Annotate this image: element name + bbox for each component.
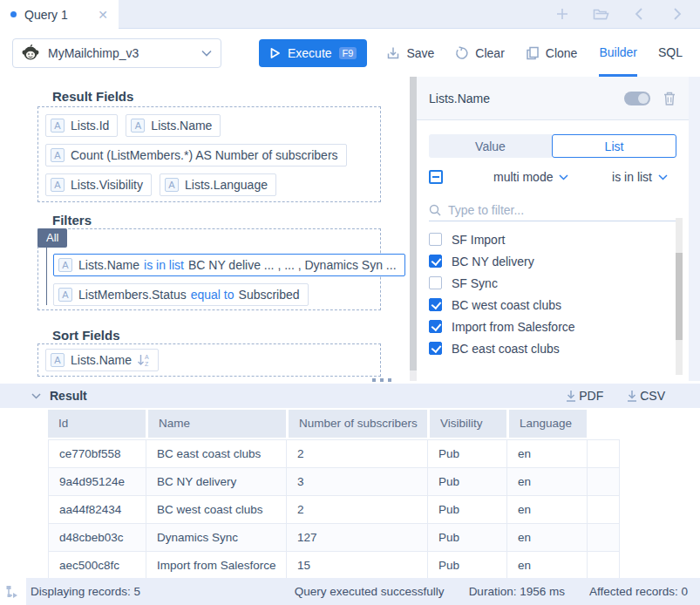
filter-group-badge[interactable]: All <box>37 228 67 248</box>
field-chip[interactable]: ALists.Language <box>160 173 276 196</box>
tab-value[interactable]: Value <box>429 134 552 158</box>
cell-id: aa44f82434 <box>49 496 146 523</box>
clear-icon <box>455 46 469 60</box>
close-tab-icon[interactable]: ✕ <box>98 8 108 22</box>
field-chip-label: Count (ListMembers.*) AS Number of subsc… <box>71 148 338 162</box>
result-fields-heading: Result Fields <box>52 89 133 104</box>
text-field-icon: A <box>165 178 179 192</box>
mode-dropdown[interactable]: multi mode <box>493 170 568 184</box>
filter-editor-header: Lists.Name <box>417 77 689 120</box>
filter-value: BC NY delive ... , ... , Dynamics Syn ..… <box>188 258 397 272</box>
filter-condition-chip[interactable]: A ListMembers.Status equal to Subscribed <box>53 283 309 306</box>
export-csv-link[interactable]: CSV <box>626 389 665 403</box>
field-chip[interactable]: ALists.Visibility <box>45 173 152 196</box>
filter-enable-toggle[interactable] <box>624 92 650 105</box>
tab-query-1[interactable]: Query 1 ✕ <box>0 0 119 29</box>
field-chip-label: Lists.Visibility <box>71 178 143 192</box>
tab-sql[interactable]: SQL <box>658 29 683 77</box>
open-query-icon[interactable] <box>592 5 609 23</box>
table-row[interactable]: aa44f82434 BC west coast clubs 2 Pub en <box>49 496 619 524</box>
execute-label: Execute <box>288 46 332 60</box>
delete-filter-icon[interactable] <box>663 91 676 106</box>
filters-dropzone[interactable]: All A Lists.Name is in list BC NY delive… <box>37 228 381 310</box>
column-header-subscribers[interactable]: Number of subscribers <box>289 410 430 438</box>
column-header-name[interactable]: Name <box>148 410 289 438</box>
clone-button[interactable]: Clone <box>526 46 578 60</box>
new-tab-icon[interactable] <box>554 5 571 23</box>
table-row[interactable]: aec500c8fc Import from Salesforce 15 Pub… <box>49 552 619 580</box>
checkbox-icon[interactable] <box>429 298 442 311</box>
field-chip[interactable]: ALists.Id <box>45 114 118 137</box>
cell-visibility: Pub <box>428 468 507 495</box>
prev-tab-icon[interactable] <box>630 5 648 23</box>
filter-condition-chip[interactable]: A Lists.Name is in list BC NY delive ...… <box>53 254 405 276</box>
option-list-scrollbar[interactable] <box>676 218 683 375</box>
status-message: Query executed successfully <box>295 585 445 598</box>
text-field-icon: A <box>58 288 72 302</box>
cell-subscribers: 2 <box>287 496 428 523</box>
next-tab-icon[interactable] <box>669 5 686 23</box>
text-field-icon: A <box>51 119 65 133</box>
checkbox-icon[interactable] <box>429 342 442 355</box>
text-field-icon: A <box>51 353 65 367</box>
checkbox-icon[interactable] <box>429 233 442 246</box>
collapse-result-icon[interactable] <box>31 393 41 399</box>
export-pdf-link[interactable]: PDF <box>565 389 603 403</box>
connection-select[interactable]: MyMailchimp_v3 <box>12 38 221 68</box>
sort-asc-icon[interactable]: AZ <box>137 353 150 367</box>
operator-dropdown[interactable]: is in list <box>612 170 668 184</box>
cell-visibility: Pub <box>428 440 507 467</box>
sort-field-chip[interactable]: A Lists.Name AZ <box>45 349 159 371</box>
cell-filler <box>588 552 619 580</box>
play-icon <box>269 47 281 59</box>
clear-button[interactable]: Clear <box>455 46 504 60</box>
list-option[interactable]: SF Import <box>429 228 668 250</box>
table-header-row: Id Name Number of subscribers Visibility… <box>48 410 620 438</box>
list-option[interactable]: BC east coast clubs <box>429 337 668 359</box>
cell-filler <box>588 440 619 467</box>
mode-dropdown-value: multi mode <box>493 170 553 184</box>
cell-visibility: Pub <box>428 524 507 551</box>
list-option[interactable]: BC west coast clubs <box>429 294 668 316</box>
builder-scrollbar[interactable] <box>410 77 417 381</box>
execute-button[interactable]: Execute F9 <box>259 39 367 67</box>
result-fields-dropzone[interactable]: ALists.Id ALists.Name ACount (ListMember… <box>37 106 381 202</box>
builder-scrollbar-thumb[interactable] <box>410 77 417 370</box>
option-filter-input[interactable]: Type to filter... <box>429 199 676 221</box>
table-row[interactable]: d48cbeb03c Dynamics Sync 127 Pub en <box>49 524 619 552</box>
cell-id: d48cbeb03c <box>49 524 146 551</box>
cell-language: en <box>507 468 588 495</box>
field-chip[interactable]: ACount (ListMembers.*) AS Number of subs… <box>45 144 347 167</box>
list-option[interactable]: BC NY delivery <box>429 250 668 272</box>
field-chip[interactable]: ALists.Name <box>126 114 221 137</box>
column-header-id[interactable]: Id <box>48 410 148 438</box>
sort-fields-dropzone[interactable]: A Lists.Name AZ <box>37 343 381 377</box>
cell-id: aec500c8fc <box>49 552 146 580</box>
collapse-icon[interactable] <box>429 170 443 184</box>
checkbox-icon[interactable] <box>429 276 442 289</box>
svg-text:A: A <box>145 354 149 360</box>
list-option[interactable]: SF Sync <box>429 272 668 294</box>
tab-builder[interactable]: Builder <box>599 29 637 77</box>
tab-label: Query 1 <box>24 8 92 22</box>
checkbox-icon[interactable] <box>429 320 442 333</box>
save-label: Save <box>406 46 434 60</box>
save-button[interactable]: Save <box>386 46 434 60</box>
list-option[interactable]: Import from Salesforce <box>429 316 668 337</box>
cell-language: en <box>507 524 588 551</box>
table-row[interactable]: ce770bf558 BC east coast clubs 2 Pub en <box>49 440 619 468</box>
tab-list[interactable]: List <box>552 134 676 158</box>
panel-resize-grip[interactable] <box>372 378 391 382</box>
checkbox-icon[interactable] <box>429 255 442 268</box>
option-label: BC west coast clubs <box>452 298 561 312</box>
column-header-language[interactable]: Language <box>509 410 589 438</box>
filter-group-line <box>46 248 47 305</box>
option-list-scrollbar-thumb[interactable] <box>676 253 683 340</box>
column-header-visibility[interactable]: Visibility <box>430 410 509 438</box>
filter-mode-row: multi mode is in list <box>429 167 668 187</box>
log-tree-icon <box>5 583 21 601</box>
chevron-down-icon <box>201 50 212 57</box>
filter-field: Lists.Name <box>78 258 139 272</box>
log-panel-toggle[interactable] <box>0 578 26 605</box>
table-row[interactable]: 9a4d95124e BC NY delivery 3 Pub en <box>49 468 619 496</box>
